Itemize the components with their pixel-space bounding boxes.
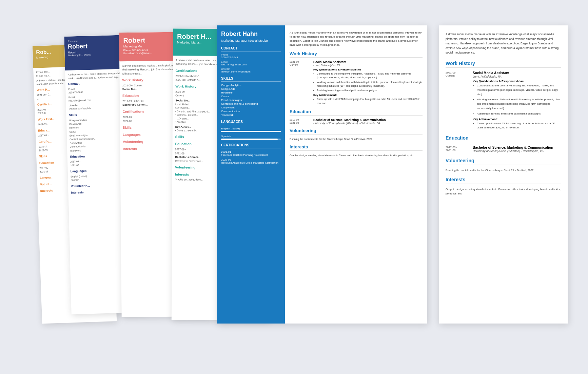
degree-title: Bachelor of Science: Marketing & Communi…	[313, 118, 423, 122]
school-name: University of Pennsylvania (Wharton) - P…	[313, 122, 423, 125]
right-work-entry: 2021-09 -Current Social Media Assistant …	[446, 71, 561, 131]
sidebar-name-block: Robert Hahn Marketing Manager (Social Me…	[221, 31, 281, 42]
right-responsibilities: Contributing to the company's Instagram,…	[473, 84, 561, 116]
cert-facebook: 2021-01 Facebook Certified Planning Prof…	[221, 150, 281, 157]
skill-teamwork: Teamwork	[221, 113, 281, 117]
right-school: University of Pennsylvania (Wharton) - P…	[473, 149, 561, 153]
right-education-title: Education	[446, 135, 561, 142]
skill-communication: Communication	[221, 110, 281, 113]
cert-hootsuite: 2022-03 Hootsuite Academy's Social Marke…	[221, 158, 281, 164]
language-spanish: Spanish	[221, 135, 281, 140]
right-content-panel: A driven social media marketer with an e…	[439, 25, 568, 324]
sidebar-name: Robert Hahn	[221, 31, 281, 38]
right-job-title: Social Media Assistant	[473, 71, 561, 75]
skill-copywriting: Copywriting	[221, 106, 281, 109]
skill-canva: Canva	[221, 95, 281, 98]
achievements-list: Came up with a viral TikTok campaign tha…	[313, 97, 423, 105]
right-workhistory-title: Work History	[446, 61, 561, 68]
job-title-1: Social Media Assistant	[313, 60, 423, 64]
skill-google-ads: Google Ads	[221, 87, 281, 90]
sidebar-certifications-title: Certifications	[221, 143, 281, 148]
right-company: Lumi, Philadelphia, PA	[473, 75, 561, 78]
right-interests-title: Interests	[446, 177, 561, 184]
resume-main-content: A driven social media marketer with an e…	[285, 25, 427, 324]
sidebar-skills-title: Skills	[221, 77, 281, 82]
interests-description: Graphic design: creating visual elements…	[290, 153, 423, 157]
right-volunteering-title: Volunteering	[446, 158, 561, 165]
right-interests-desc: Graphic design: creating visual elements…	[446, 187, 561, 196]
resume-card-5: Robert Hahn Marketing Manager (Social Me…	[217, 25, 427, 324]
volunteering-title: Volunteering	[290, 128, 423, 134]
right-summary: A driven social media marketer with an e…	[446, 32, 561, 55]
right-degree: Bachelor of Science: Marketing & Communi…	[473, 146, 561, 149]
right-kq: Key Qualifications & Responsibilities	[473, 80, 561, 83]
work-entry-1: 2021-09 -Current Social Media Assistant …	[290, 60, 423, 106]
kq-title: Key Qualifications & Responsibilities	[313, 68, 423, 71]
right-achievements: Came up with a viral TikTok campaign tha…	[473, 122, 561, 130]
responsibilities-list: Contributing to the company's Instagram,…	[313, 72, 423, 92]
resume-stack: Rob... Marketing... Phone 360-... E-mail…	[0, 0, 588, 374]
volunteering-description: Running the social media for the Cinemat…	[290, 137, 423, 141]
sidebar-linkedin: Linkedin linkedin.com/in/rob.hahn	[221, 68, 281, 73]
skill-google-analytics: Google Analytics	[221, 84, 281, 87]
workhistory-title: Work History	[290, 51, 423, 58]
job-company-1: Lumi, Philadelphia, PA	[313, 64, 423, 67]
sidebar-title: Marketing Manager (Social Media)	[221, 39, 281, 42]
right-volunteering-desc: Running the social media for the Cinemat…	[446, 168, 561, 173]
sidebar-email: E-mail rob.hahn@email.com	[221, 61, 281, 66]
education-entry-1: 2017-09 -2021-08 Bachelor of Science: Ma…	[290, 118, 423, 125]
sidebar-contact-title: Contact	[221, 46, 281, 51]
language-english: English (native)	[221, 127, 281, 132]
resume-summary: A driven social media marketer with an e…	[290, 31, 423, 47]
achievement-title: Key Achievement:	[313, 94, 423, 97]
sidebar-languages-title: Languages	[221, 120, 281, 125]
resume-sidebar: Robert Hahn Marketing Manager (Social Me…	[217, 25, 285, 324]
education-title: Education	[290, 109, 423, 116]
skill-email-campaigns: Email campaigns	[221, 99, 281, 102]
skill-content-planning: Content planning & scheduling	[221, 102, 281, 105]
right-achievement-head: Key Achievement:	[473, 118, 561, 121]
skill-hootsuite: Hootsuite	[221, 91, 281, 94]
sidebar-phone: Phone 360-674-6649	[221, 54, 281, 59]
right-education-entry: 2017-09 -2021-08 Bachelor of Science: Ma…	[446, 146, 561, 154]
interests-title: Interests	[290, 144, 423, 151]
